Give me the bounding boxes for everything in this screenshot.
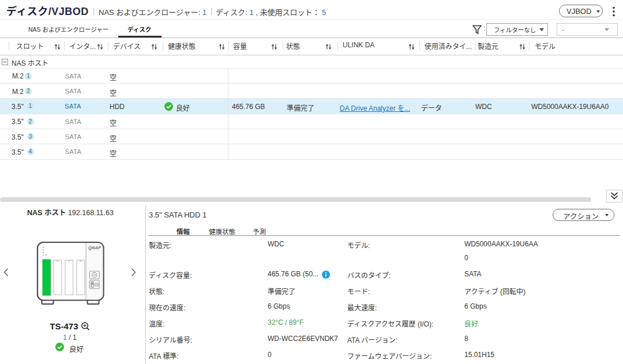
svg-text:QNAP: QNAP [88,245,102,250]
